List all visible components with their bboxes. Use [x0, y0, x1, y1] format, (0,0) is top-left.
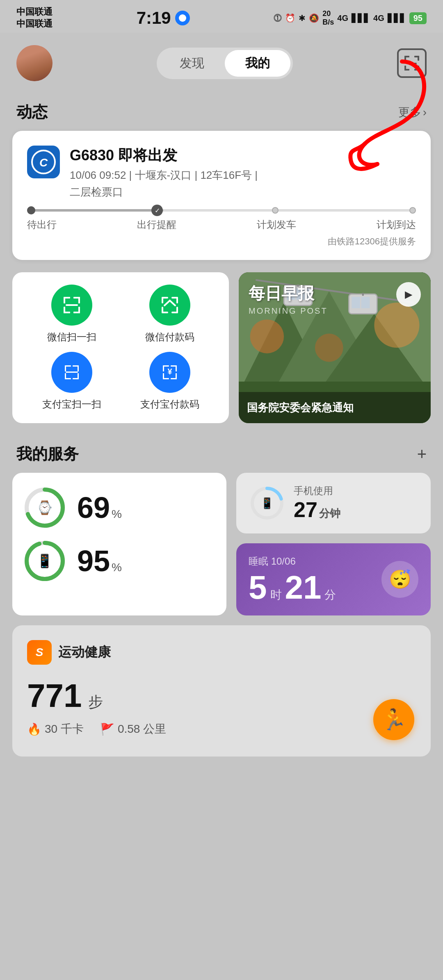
carrier1: 中国联通	[16, 6, 53, 18]
alipay-scan-icon	[51, 352, 92, 393]
train-card[interactable]: C G6830 即将出发 10/06 09:52 | 十堰东-汉口 | 12车1…	[12, 131, 431, 260]
steps-display: 771 步	[27, 677, 416, 715]
steps-unit: 步	[88, 692, 103, 712]
progress-dot-mid	[272, 207, 279, 214]
quick-actions-panel: 微信扫一扫 微信付款码	[12, 272, 229, 423]
calories-value: 30 千卡	[45, 721, 84, 737]
signal-4g-2: 4G	[373, 14, 384, 23]
svg-rect-18	[78, 307, 80, 313]
status-bar: 中国联通 中国联通 7:19 ⓵ ⏰ ✱ 🔕 20B/s 4G ▋▋▋ 4G ▋…	[0, 0, 443, 33]
watch-battery-card[interactable]: ⌚ 69 % 📱 95 %	[12, 473, 226, 615]
tab-discover[interactable]: 发现	[159, 50, 225, 77]
svg-rect-42	[163, 373, 164, 379]
watch-ring: ⌚	[22, 485, 67, 530]
health-right-stack: 📱 手机使用 27 分钟 睡眠 10/06 5 时 21	[236, 473, 431, 615]
news-card[interactable]: ▶ 每日早报 MORNING POST 国务院安委会紧急通知	[239, 272, 431, 423]
svg-rect-25	[162, 312, 168, 313]
svg-rect-35	[78, 373, 79, 379]
svg-point-53	[315, 334, 343, 362]
calories-stat: 🔥 30 千卡	[27, 721, 84, 737]
dynamics-section-header: 动态 更多 ›	[0, 89, 443, 131]
signal-bars: ▋▋▋	[352, 13, 370, 23]
svg-point-52	[374, 303, 419, 348]
svg-rect-38	[163, 365, 164, 371]
svg-rect-21	[162, 297, 163, 303]
phone-usage-icon: 📱	[260, 497, 274, 510]
svg-rect-36	[66, 371, 78, 373]
alipay-scan-label: 支付宝扫一扫	[42, 398, 101, 411]
svg-rect-3	[418, 56, 419, 61]
alipay-pay-item[interactable]: ¥ 支付宝付款码	[123, 352, 217, 411]
watch-battery-number: 69	[77, 491, 110, 524]
sleep-hours: 5	[249, 571, 267, 604]
phone-usage-info: 手机使用 27 分钟	[294, 484, 340, 522]
avatar[interactable]	[16, 45, 53, 81]
my-services-header: 我的服务 +	[0, 435, 443, 473]
more-text: 更多	[398, 105, 421, 120]
sleep-card[interactable]: 睡眠 10/06 5 时 21 分 😴	[236, 543, 431, 615]
alipay-scan-item[interactable]: 支付宝扫一扫	[25, 352, 119, 411]
alarm-icon: ⏰	[285, 13, 295, 23]
news-play-button[interactable]: ▶	[396, 282, 421, 307]
train-details: 10/06 09:52 | 十堰东-汉口 | 12车16F号 |	[70, 168, 258, 182]
phone-usage-card[interactable]: 📱 手机使用 27 分钟	[236, 473, 431, 533]
svg-rect-44	[176, 373, 177, 379]
svg-rect-29	[65, 365, 66, 371]
train-header: C G6830 即将出发 10/06 09:52 | 十堰东-汉口 | 12车1…	[27, 146, 416, 199]
quick-grid: 微信扫一扫 微信付款码	[12, 272, 431, 423]
wechat-pay-icon	[149, 285, 190, 326]
more-link[interactable]: 更多 ›	[398, 105, 427, 120]
watch-battery-unit: %	[112, 508, 122, 521]
flame-icon: 🔥	[27, 722, 41, 736]
screen-record-icon	[175, 11, 190, 25]
wechat-scan-item[interactable]: 微信扫一扫	[25, 285, 119, 344]
svg-rect-61	[352, 297, 360, 308]
train-number: G6830 即将出发	[70, 146, 258, 166]
svg-rect-12	[64, 297, 65, 303]
svg-rect-40	[176, 365, 177, 371]
battery-value: 95	[413, 14, 422, 23]
train-progress: ✓	[27, 209, 416, 212]
svg-text:C: C	[39, 156, 48, 169]
main-content: 发现 我的 动态 更多 ›	[0, 33, 443, 980]
health-grid: ⌚ 69 % 📱 95 %	[12, 473, 431, 615]
scan-button[interactable]	[397, 48, 427, 78]
sleep-duration: 5 时 21 分	[249, 571, 336, 604]
alipay-pay-icon: ¥	[149, 352, 190, 393]
train-footer: 由铁路12306提供服务	[27, 235, 416, 248]
svg-rect-8	[407, 63, 417, 64]
news-title-area: 每日早报 MORNING POST	[249, 282, 328, 316]
carrier2: 中国联通	[16, 18, 53, 30]
tab-mine[interactable]: 我的	[225, 50, 290, 77]
status-center: 7:19	[137, 8, 190, 28]
sleep-info: 睡眠 10/06 5 时 21 分	[249, 555, 336, 604]
dynamics-title: 动态	[16, 102, 48, 123]
news-content: 国务院安委会紧急通知	[247, 400, 422, 415]
wechat-scan-label: 微信扫一扫	[47, 330, 96, 344]
progress-track: ✓	[27, 209, 416, 212]
svg-point-51	[250, 319, 284, 353]
run-fab-button[interactable]: 🏃	[373, 699, 414, 740]
add-service-button[interactable]: +	[417, 445, 427, 463]
data-speed: 20B/s	[322, 9, 334, 27]
alipay-pay-label: 支付宝付款码	[140, 398, 199, 411]
sports-stats: 🔥 30 千卡 🚩 0.58 公里	[27, 721, 416, 737]
avatar-image	[16, 45, 53, 81]
sleep-date: 睡眠 10/06	[249, 555, 336, 568]
watch-battery-value: 69 %	[77, 491, 122, 524]
svg-rect-16	[64, 307, 65, 313]
steps-number: 771	[27, 677, 82, 715]
sports-title: 运动健康	[58, 643, 111, 661]
nav-tabs: 发现 我的	[157, 48, 293, 79]
phone-usage-label: 手机使用	[294, 484, 340, 497]
wechat-pay-item[interactable]: 微信付款码	[123, 285, 217, 344]
my-services-title: 我的服务	[16, 444, 79, 465]
distance-value: 0.58 公里	[118, 721, 166, 737]
svg-text:¥: ¥	[167, 367, 172, 376]
progress-dot-check: ✓	[151, 205, 163, 216]
progress-dot-start	[27, 206, 35, 214]
sleep-mins: 21	[285, 571, 322, 604]
sports-card[interactable]: S 运动健康 771 步 🔥 30 千卡 🚩 0.58 公里 🏃	[12, 625, 431, 757]
svg-rect-31	[78, 365, 79, 371]
bluetooth-icon: ✱	[299, 13, 306, 23]
